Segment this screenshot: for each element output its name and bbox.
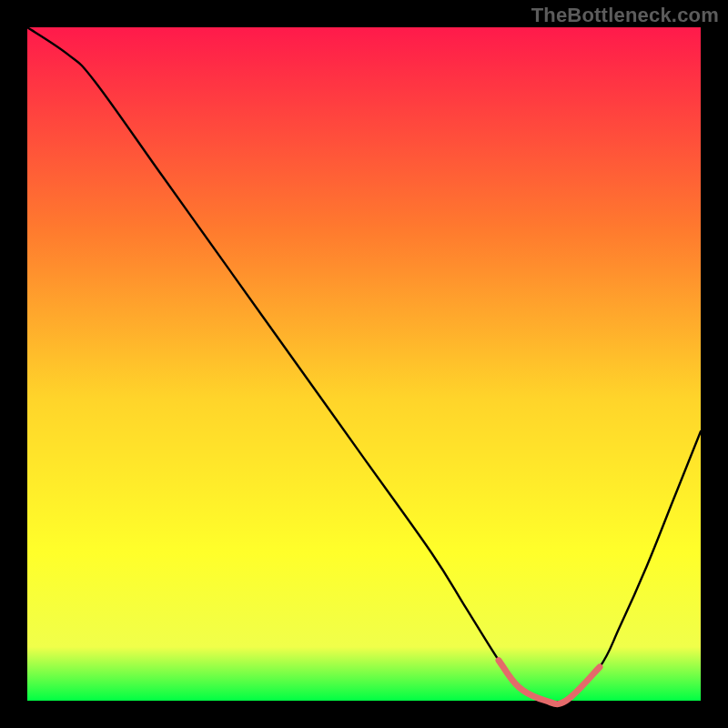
chart-frame: { "watermark": "TheBottleneck.com", "col… bbox=[0, 0, 728, 728]
watermark-text: TheBottleneck.com bbox=[531, 4, 719, 27]
bottleneck-chart bbox=[0, 0, 728, 728]
